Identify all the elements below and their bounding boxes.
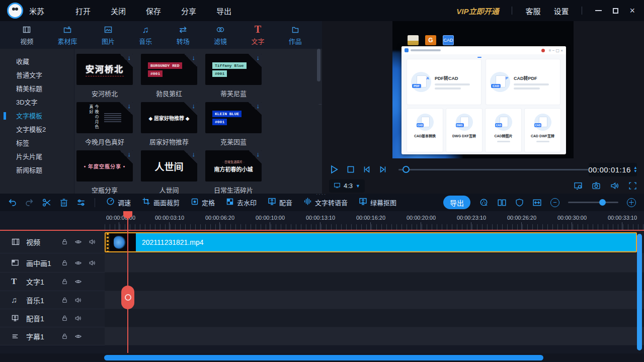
- tab-image[interactable]: 图片: [102, 25, 115, 46]
- tool-green-screen[interactable]: 绿幕抠图: [359, 197, 396, 208]
- split-compare-icon[interactable]: [497, 198, 507, 207]
- playhead-handle[interactable]: [121, 286, 134, 309]
- lock-icon[interactable]: [61, 238, 68, 245]
- maximize-button[interactable]: [613, 8, 618, 14]
- tool-watermark-remove[interactable]: 去水印: [226, 198, 257, 208]
- tab-video[interactable]: 视频: [20, 25, 33, 46]
- tab-works[interactable]: 作品: [289, 25, 302, 46]
- subtitle-lane[interactable]: [105, 327, 644, 345]
- zoom-handle[interactable]: [599, 199, 606, 206]
- vip-upgrade-link[interactable]: VIP立即开通: [456, 6, 499, 16]
- progress-handle[interactable]: [403, 166, 410, 173]
- fit-width-icon[interactable]: [532, 198, 542, 207]
- support-link[interactable]: 客服: [525, 6, 540, 16]
- category-favorites[interactable]: 收藏: [0, 55, 74, 68]
- template-item[interactable]: Tiffany Blue #001 ↓ 蒂芙尼蓝: [205, 54, 262, 98]
- mute-speaker-icon[interactable]: [89, 238, 96, 245]
- minimize-button[interactable]: [595, 10, 602, 11]
- fullscreen-icon[interactable]: [628, 182, 637, 190]
- track-header-video[interactable]: 视频: [0, 231, 105, 253]
- category-text-templates-2[interactable]: 文字模板2: [0, 123, 74, 136]
- export-button[interactable]: 导出: [443, 196, 470, 209]
- pip-lane[interactable]: [105, 253, 644, 273]
- tab-filter[interactable]: 滤镜: [214, 25, 227, 46]
- category-fancy-titles[interactable]: 精美标题: [0, 82, 74, 96]
- render-reel-icon[interactable]: [479, 198, 489, 207]
- track-header-dub[interactable]: 配音1: [0, 309, 105, 327]
- clip-settings-icon[interactable]: [76, 198, 86, 207]
- menu-share[interactable]: 分享: [181, 6, 196, 16]
- next-frame-button[interactable]: [378, 165, 387, 174]
- dub-lane[interactable]: [105, 309, 644, 327]
- aspect-ratio-selector[interactable]: 4:3 ▼: [329, 179, 365, 193]
- tab-transition[interactable]: ⇄ 转场: [177, 25, 190, 46]
- tab-music[interactable]: ♫ 音乐: [139, 25, 152, 46]
- tool-freeze-frame[interactable]: 定格: [191, 198, 215, 208]
- lock-icon[interactable]: [61, 297, 68, 304]
- category-plain-text[interactable]: 普通文字: [0, 68, 74, 82]
- download-icon[interactable]: ↓: [128, 150, 131, 158]
- timeline-vertical-scrollbar[interactable]: [637, 234, 642, 350]
- music-lane[interactable]: [105, 291, 644, 309]
- lock-icon[interactable]: [61, 315, 68, 322]
- download-icon[interactable]: ↓: [128, 54, 131, 61]
- track-header-text[interactable]: T 文字1: [0, 273, 105, 291]
- menu-export[interactable]: 导出: [216, 6, 231, 16]
- track-header-subtitle[interactable]: 字幕1: [0, 327, 105, 345]
- download-icon[interactable]: ↓: [257, 102, 260, 110]
- mute-speaker-icon[interactable]: [89, 259, 96, 266]
- tool-voiceover[interactable]: 配音: [268, 197, 292, 208]
- template-item[interactable]: · 日常生活碎片 · 南方初春的小城 ↓ 日常生活碎片: [205, 150, 262, 195]
- template-item[interactable]: 今晚の月色真好 ↓ 今晚月色真好: [76, 102, 133, 146]
- download-icon[interactable]: ↓: [192, 102, 196, 110]
- prev-frame-button[interactable]: [362, 165, 371, 174]
- text-lane[interactable]: [105, 273, 644, 291]
- template-item[interactable]: 人世间 ↓ 人世间: [141, 150, 197, 195]
- download-icon[interactable]: ↓: [128, 102, 131, 110]
- template-item[interactable]: • 年度空瓶分享 • ↓ 空瓶分享: [76, 150, 133, 195]
- settings-link[interactable]: 设置: [553, 6, 569, 16]
- redo-icon[interactable]: [25, 198, 34, 207]
- zoom-out-button[interactable]: −: [550, 198, 559, 207]
- template-item[interactable]: 安河桥北 ↓ 安河桥北: [76, 54, 133, 98]
- zoom-in-button[interactable]: ＋: [627, 198, 636, 207]
- lock-icon[interactable]: [61, 259, 68, 266]
- visibility-eye-icon[interactable]: [74, 259, 82, 266]
- display-settings-icon[interactable]: [574, 182, 583, 190]
- timecode-display[interactable]: 00:00:01:16 ▲▼: [589, 163, 637, 176]
- tool-crop[interactable]: 画面裁剪: [142, 197, 180, 208]
- stop-button[interactable]: [346, 165, 355, 174]
- snapshot-camera-icon[interactable]: [592, 182, 601, 190]
- category-labels[interactable]: 标签: [0, 136, 74, 150]
- download-icon[interactable]: ↓: [257, 150, 260, 158]
- delete-trash-icon[interactable]: [59, 198, 68, 207]
- mute-speaker-icon[interactable]: [74, 315, 82, 322]
- template-item[interactable]: ◆ 居家好物推荐 ◆ ↓ 居家好物推荐: [141, 102, 197, 146]
- download-icon[interactable]: ↓: [192, 150, 196, 158]
- cut-scissors-icon[interactable]: [42, 198, 52, 207]
- tab-library[interactable]: 素材库: [58, 25, 77, 46]
- close-button[interactable]: ×: [629, 6, 635, 15]
- tool-text-to-speech[interactable]: 文字转语音: [303, 197, 348, 208]
- shield-icon[interactable]: [515, 198, 524, 207]
- category-intro-outro[interactable]: 片头片尾: [0, 150, 74, 163]
- visibility-eye-icon[interactable]: [74, 238, 82, 245]
- tool-speed[interactable]: 调速: [106, 197, 131, 208]
- category-news-titles[interactable]: 新闻标题: [0, 163, 74, 177]
- undo-icon[interactable]: [8, 198, 17, 207]
- volume-icon[interactable]: [610, 182, 619, 190]
- preview-progress-slider[interactable]: [398, 169, 589, 170]
- mute-speaker-icon[interactable]: [74, 297, 82, 304]
- menu-open[interactable]: 打开: [75, 6, 91, 16]
- download-icon[interactable]: ↓: [192, 54, 196, 61]
- track-header-music[interactable]: ♫ 音乐1: [0, 291, 105, 309]
- playhead-line[interactable]: [127, 211, 128, 353]
- track-header-pip[interactable]: 画中画1: [0, 253, 105, 273]
- play-button[interactable]: [329, 164, 339, 174]
- category-3d-text[interactable]: 3D文字: [0, 96, 74, 109]
- template-scrollbar[interactable]: [317, 49, 320, 81]
- panel-resize-handle[interactable]: ····: [318, 103, 320, 110]
- visibility-eye-icon[interactable]: [74, 278, 82, 285]
- timecode-spinner[interactable]: ▲▼: [633, 166, 637, 173]
- menu-save[interactable]: 保存: [146, 6, 161, 16]
